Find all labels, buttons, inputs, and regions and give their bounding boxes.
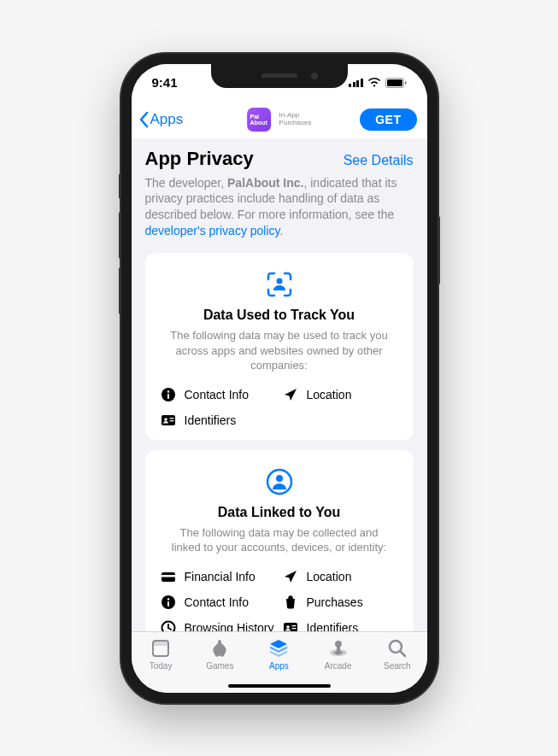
svg-rect-21 (291, 625, 296, 626)
home-indicator[interactable] (228, 684, 331, 688)
svg-rect-9 (169, 418, 173, 419)
linked-card: Data Linked to You The following data ma… (145, 450, 414, 631)
purchases-icon (283, 595, 298, 610)
tracking-icon (161, 270, 398, 299)
iap-label: In-App Purchases (279, 112, 312, 127)
data-item-label: Identifiers (185, 413, 237, 427)
data-item-label: Browsing History (185, 621, 274, 631)
data-item-browsing-history: Browsing History (161, 620, 276, 631)
svg-point-12 (276, 475, 283, 482)
data-item-location: Location (283, 569, 398, 584)
tab-label: Search (384, 661, 411, 671)
tracking-items: Contact InfoLocationIdentifiers (161, 387, 398, 428)
svg-rect-6 (167, 394, 169, 399)
linked-items: Financial InfoLocationContact InfoPurcha… (161, 569, 398, 631)
phone-frame: 9:41 Apps Pal About In-App Purchases GET… (121, 54, 438, 703)
location-icon (283, 387, 298, 402)
data-item-label: Contact Info (185, 595, 250, 609)
data-item-label: Contact Info (185, 388, 250, 401)
tab-label: Arcade (325, 661, 352, 671)
tab-today[interactable]: Today (132, 637, 191, 693)
data-item-identifiers: Identifiers (161, 413, 276, 428)
svg-point-5 (167, 390, 168, 392)
svg-rect-17 (167, 601, 169, 607)
linked-icon (161, 467, 398, 496)
get-button[interactable]: GET (360, 108, 416, 131)
svg-rect-2 (405, 81, 407, 85)
data-item-contact-info: Contact Info (161, 595, 276, 610)
data-item-label: Financial Info (185, 570, 256, 583)
id-icon (283, 620, 298, 631)
search-tab-icon (386, 637, 408, 659)
svg-rect-1 (387, 79, 402, 86)
tab-label: Games (206, 661, 233, 671)
privacy-description: The developer, PalAbout Inc., indicated … (145, 175, 414, 240)
notch (211, 64, 348, 88)
financial-icon (161, 569, 176, 584)
linked-desc: The following data may be collected and … (161, 525, 398, 555)
games-tab-icon (209, 637, 231, 659)
status-indicators (349, 78, 407, 88)
developer-name: PalAbout Inc. (227, 176, 303, 190)
privacy-policy-link[interactable]: developer's privacy policy (145, 224, 280, 237)
tab-search[interactable]: Search (367, 637, 426, 693)
back-button[interactable]: Apps (138, 111, 184, 128)
page-title: App Privacy (145, 148, 254, 170)
info-icon (161, 595, 176, 610)
svg-point-8 (164, 418, 167, 421)
tracking-desc: The following data may be used to track … (161, 328, 398, 373)
tab-label: Apps (269, 661, 289, 671)
tracking-card: Data Used to Track You The following dat… (145, 253, 414, 440)
linked-title: Data Linked to You (161, 505, 398, 520)
wifi-icon (367, 78, 381, 88)
info-icon (161, 387, 176, 402)
data-item-label: Identifiers (307, 621, 359, 631)
svg-point-20 (286, 625, 290, 629)
data-item-identifiers: Identifiers (283, 620, 398, 631)
cellular-signal-icon (349, 79, 363, 87)
screen: 9:41 Apps Pal About In-App Purchases GET… (132, 64, 427, 693)
see-details-link[interactable]: See Details (344, 153, 414, 168)
data-item-label: Location (307, 570, 352, 583)
back-label: Apps (150, 111, 184, 128)
data-item-location: Location (283, 387, 398, 402)
arcade-tab-icon (327, 637, 349, 659)
data-item-label: Purchases (307, 595, 363, 609)
svg-rect-22 (291, 628, 296, 629)
app-icon[interactable]: Pal About (247, 108, 271, 132)
location-icon (283, 569, 298, 584)
svg-point-16 (167, 598, 168, 600)
apps-tab-icon (267, 637, 290, 659)
status-time: 9:41 (152, 75, 178, 90)
content-area[interactable]: App Privacy See Details The developer, P… (132, 139, 427, 631)
data-item-label: Location (307, 388, 352, 401)
data-item-contact-info: Contact Info (161, 387, 276, 402)
svg-point-3 (276, 278, 282, 284)
tracking-title: Data Used to Track You (161, 308, 398, 323)
battery-icon (385, 78, 407, 88)
chevron-left-icon (138, 111, 149, 128)
nav-bar: Apps Pal About In-App Purchases GET (132, 102, 427, 139)
svg-rect-24 (153, 641, 168, 646)
history-icon (161, 620, 176, 631)
data-item-financial-info: Financial Info (161, 569, 276, 584)
today-tab-icon (150, 637, 172, 659)
id-icon (161, 413, 176, 428)
data-item-purchases: Purchases (283, 595, 398, 610)
svg-rect-14 (162, 575, 175, 577)
tab-label: Today (150, 661, 173, 671)
svg-rect-10 (169, 420, 173, 421)
